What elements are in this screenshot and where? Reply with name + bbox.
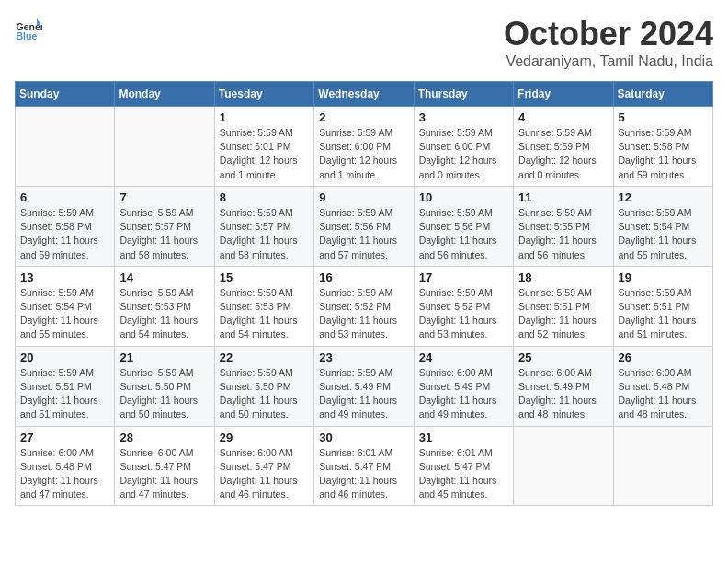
weekday-header-thursday: Thursday: [414, 82, 513, 107]
day-number: 12: [619, 190, 708, 204]
calendar-cell: [613, 426, 712, 506]
day-number: 31: [419, 431, 508, 444]
day-info: Sunrise: 5:59 AM Sunset: 5:51 PM Dayligh…: [619, 286, 708, 342]
day-number: 16: [319, 270, 408, 284]
title-block: October 2024 Vedaraniyam, Tamil Nadu, In…: [504, 15, 713, 70]
calendar-cell: 1Sunrise: 5:59 AM Sunset: 6:01 PM Daylig…: [214, 107, 313, 187]
day-number: 5: [619, 110, 708, 124]
day-info: Sunrise: 5:59 AM Sunset: 5:57 PM Dayligh…: [119, 206, 209, 262]
calendar-cell: 7Sunrise: 5:59 AM Sunset: 5:57 PM Daylig…: [115, 186, 214, 266]
day-info: Sunrise: 6:00 AM Sunset: 5:47 PM Dayligh…: [220, 446, 309, 502]
day-number: 29: [220, 431, 309, 444]
day-info: Sunrise: 5:59 AM Sunset: 5:53 PM Dayligh…: [220, 286, 309, 342]
day-info: Sunrise: 5:59 AM Sunset: 5:56 PM Dayligh…: [419, 206, 508, 262]
calendar-cell: 24Sunrise: 6:00 AM Sunset: 5:49 PM Dayli…: [414, 346, 513, 426]
calendar-cell: 5Sunrise: 5:59 AM Sunset: 5:58 PM Daylig…: [613, 107, 712, 187]
calendar-cell: [115, 107, 214, 187]
location-title: Vedaraniyam, Tamil Nadu, India: [504, 53, 713, 70]
calendar-cell: 27Sunrise: 6:00 AM Sunset: 5:48 PM Dayli…: [16, 426, 115, 506]
day-info: Sunrise: 5:59 AM Sunset: 6:00 PM Dayligh…: [319, 126, 408, 182]
calendar-week-row: 13Sunrise: 5:59 AM Sunset: 5:54 PM Dayli…: [16, 266, 713, 346]
calendar-cell: 4Sunrise: 5:59 AM Sunset: 5:59 PM Daylig…: [514, 107, 613, 187]
day-number: 2: [319, 110, 408, 124]
calendar-cell: 9Sunrise: 5:59 AM Sunset: 5:56 PM Daylig…: [314, 186, 414, 266]
calendar-week-row: 6Sunrise: 5:59 AM Sunset: 5:58 PM Daylig…: [16, 186, 713, 266]
calendar-week-row: 1Sunrise: 5:59 AM Sunset: 6:01 PM Daylig…: [16, 107, 713, 187]
calendar-cell: 25Sunrise: 6:00 AM Sunset: 5:49 PM Dayli…: [514, 346, 613, 426]
weekday-header-sunday: Sunday: [16, 82, 115, 107]
calendar-cell: 15Sunrise: 5:59 AM Sunset: 5:53 PM Dayli…: [214, 266, 313, 346]
calendar-week-row: 27Sunrise: 6:00 AM Sunset: 5:48 PM Dayli…: [16, 426, 713, 506]
calendar-cell: 23Sunrise: 5:59 AM Sunset: 5:49 PM Dayli…: [314, 346, 414, 426]
day-info: Sunrise: 5:59 AM Sunset: 5:50 PM Dayligh…: [119, 366, 209, 422]
day-info: Sunrise: 5:59 AM Sunset: 5:58 PM Dayligh…: [20, 206, 109, 262]
calendar-cell: 2Sunrise: 5:59 AM Sunset: 6:00 PM Daylig…: [314, 107, 414, 187]
day-number: 30: [319, 431, 408, 444]
day-number: 21: [119, 350, 209, 364]
day-info: Sunrise: 6:01 AM Sunset: 5:47 PM Dayligh…: [419, 446, 508, 502]
day-info: Sunrise: 5:59 AM Sunset: 5:59 PM Dayligh…: [518, 126, 608, 182]
day-number: 15: [220, 270, 309, 284]
calendar-cell: 16Sunrise: 5:59 AM Sunset: 5:52 PM Dayli…: [314, 266, 414, 346]
day-info: Sunrise: 6:00 AM Sunset: 5:49 PM Dayligh…: [518, 366, 608, 422]
weekday-header-monday: Monday: [115, 82, 214, 107]
calendar-cell: [514, 426, 613, 506]
day-number: 25: [518, 350, 608, 364]
day-number: 7: [119, 190, 209, 204]
calendar-cell: 22Sunrise: 5:59 AM Sunset: 5:50 PM Dayli…: [214, 346, 313, 426]
day-info: Sunrise: 5:59 AM Sunset: 5:58 PM Dayligh…: [619, 126, 708, 182]
calendar-cell: 12Sunrise: 5:59 AM Sunset: 5:54 PM Dayli…: [613, 186, 712, 266]
calendar-cell: 13Sunrise: 5:59 AM Sunset: 5:54 PM Dayli…: [16, 266, 115, 346]
calendar-body: 1Sunrise: 5:59 AM Sunset: 6:01 PM Daylig…: [16, 107, 713, 506]
weekday-header-saturday: Saturday: [613, 82, 712, 107]
calendar-table: SundayMondayTuesdayWednesdayThursdayFrid…: [15, 81, 713, 506]
day-info: Sunrise: 6:00 AM Sunset: 5:48 PM Dayligh…: [619, 366, 708, 422]
calendar-cell: 17Sunrise: 5:59 AM Sunset: 5:52 PM Dayli…: [414, 266, 513, 346]
day-info: Sunrise: 5:59 AM Sunset: 5:54 PM Dayligh…: [619, 206, 708, 262]
weekday-header-friday: Friday: [514, 82, 613, 107]
day-number: 27: [20, 431, 109, 444]
calendar-cell: 30Sunrise: 6:01 AM Sunset: 5:47 PM Dayli…: [314, 426, 414, 506]
day-number: 20: [20, 350, 109, 364]
day-info: Sunrise: 5:59 AM Sunset: 5:56 PM Dayligh…: [319, 206, 408, 262]
calendar-week-row: 20Sunrise: 5:59 AM Sunset: 5:51 PM Dayli…: [16, 346, 713, 426]
day-number: 9: [319, 190, 408, 204]
day-info: Sunrise: 5:59 AM Sunset: 5:50 PM Dayligh…: [220, 366, 309, 422]
day-info: Sunrise: 5:59 AM Sunset: 6:00 PM Dayligh…: [419, 126, 508, 182]
calendar-cell: 14Sunrise: 5:59 AM Sunset: 5:53 PM Dayli…: [115, 266, 214, 346]
logo-icon: General Blue: [15, 15, 42, 42]
day-info: Sunrise: 5:59 AM Sunset: 5:57 PM Dayligh…: [220, 206, 309, 262]
day-number: 11: [518, 190, 608, 204]
day-number: 14: [119, 270, 209, 284]
svg-text:Blue: Blue: [17, 30, 38, 41]
day-info: Sunrise: 6:00 AM Sunset: 5:47 PM Dayligh…: [119, 446, 209, 502]
day-number: 13: [20, 270, 109, 284]
calendar-cell: [16, 107, 115, 187]
day-number: 17: [419, 270, 508, 284]
calendar-cell: 18Sunrise: 5:59 AM Sunset: 5:51 PM Dayli…: [514, 266, 613, 346]
weekday-header-row: SundayMondayTuesdayWednesdayThursdayFrid…: [16, 82, 713, 107]
calendar-cell: 31Sunrise: 6:01 AM Sunset: 5:47 PM Dayli…: [414, 426, 513, 506]
logo: General Blue: [15, 15, 42, 42]
calendar-cell: 21Sunrise: 5:59 AM Sunset: 5:50 PM Dayli…: [115, 346, 214, 426]
calendar-cell: 6Sunrise: 5:59 AM Sunset: 5:58 PM Daylig…: [16, 186, 115, 266]
day-number: 8: [220, 190, 309, 204]
weekday-header-wednesday: Wednesday: [314, 82, 414, 107]
day-number: 24: [419, 350, 508, 364]
day-info: Sunrise: 5:59 AM Sunset: 5:51 PM Dayligh…: [20, 366, 109, 422]
day-info: Sunrise: 5:59 AM Sunset: 5:53 PM Dayligh…: [119, 286, 209, 342]
day-number: 22: [220, 350, 309, 364]
day-info: Sunrise: 5:59 AM Sunset: 5:51 PM Dayligh…: [518, 286, 608, 342]
day-number: 1: [220, 110, 309, 124]
calendar-cell: 28Sunrise: 6:00 AM Sunset: 5:47 PM Dayli…: [115, 426, 214, 506]
day-info: Sunrise: 5:59 AM Sunset: 5:54 PM Dayligh…: [20, 286, 109, 342]
day-number: 6: [20, 190, 109, 204]
day-number: 18: [518, 270, 608, 284]
day-number: 23: [319, 350, 408, 364]
day-number: 19: [619, 270, 708, 284]
calendar-cell: 29Sunrise: 6:00 AM Sunset: 5:47 PM Dayli…: [214, 426, 313, 506]
day-info: Sunrise: 5:59 AM Sunset: 5:52 PM Dayligh…: [419, 286, 508, 342]
day-number: 28: [119, 431, 209, 444]
day-info: Sunrise: 5:59 AM Sunset: 5:49 PM Dayligh…: [319, 366, 408, 422]
calendar-header: SundayMondayTuesdayWednesdayThursdayFrid…: [16, 82, 713, 107]
